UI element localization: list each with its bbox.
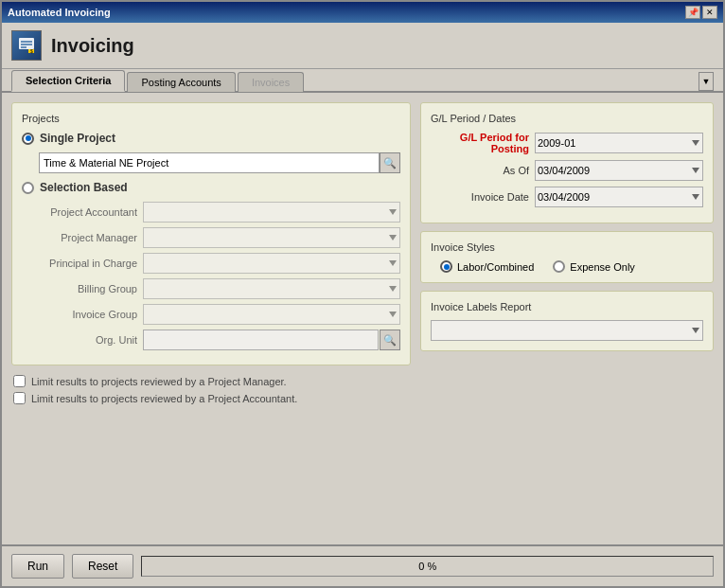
single-project-input[interactable] <box>39 152 380 173</box>
principal-in-charge-label: Principal in Charge <box>39 258 143 269</box>
labor-combined-option[interactable]: Labor/Combined <box>440 260 534 273</box>
labor-combined-radio[interactable] <box>440 260 452 273</box>
invoice-styles-title: Invoice Styles <box>431 241 703 253</box>
billing-group-select[interactable] <box>143 278 400 299</box>
invoice-date-label: Invoice Date <box>431 191 535 203</box>
gl-period-title: G/L Period / Dates <box>431 113 703 124</box>
selection-based-radio[interactable] <box>22 182 34 194</box>
title-bar-text: Automated Invoicing <box>8 7 111 18</box>
selection-based-label: Selection Based <box>40 181 128 194</box>
progress-bar: 0 % <box>141 556 714 577</box>
invoice-labels-select[interactable] <box>431 320 703 341</box>
single-project-search-button[interactable]: 🔍 <box>380 152 400 173</box>
org-unit-search-button[interactable]: 🔍 <box>380 330 400 350</box>
checkbox-pa-label: Limit results to projects reviewed by a … <box>31 393 297 404</box>
checkbox-pm-row: Limit results to projects reviewed by a … <box>13 375 409 387</box>
org-unit-label: Org. Unit <box>39 334 143 346</box>
project-manager-row: Project Manager <box>39 227 400 248</box>
invoice-group-select[interactable] <box>143 304 400 325</box>
as-of-label: As Of <box>431 165 535 176</box>
invoice-labels-title: Invoice Labels Report <box>431 301 703 312</box>
main-content: Projects Single Project 🔍 Selection B <box>2 93 723 544</box>
expense-only-label: Expense Only <box>570 261 634 273</box>
labor-combined-label: Labor/Combined <box>457 261 534 273</box>
labor-combined-fill <box>444 264 450 270</box>
as-of-row: As Of 03/04/2009 <box>431 160 703 181</box>
left-panel: Projects Single Project 🔍 Selection B <box>11 102 411 535</box>
invoice-styles-section: Invoice Styles Labor/Combined Expense On… <box>420 231 714 283</box>
selection-based-radio-row[interactable]: Selection Based <box>22 181 400 194</box>
invoice-labels-section: Invoice Labels Report <box>420 291 714 351</box>
right-panel: G/L Period / Dates G/L Period for Postin… <box>420 102 714 535</box>
tab-bar: Selection Criteria Posting Accounts Invo… <box>2 69 723 93</box>
styles-radio-row: Labor/Combined Expense Only <box>440 260 703 273</box>
checkbox-pa-row: Limit results to projects reviewed by a … <box>13 392 409 404</box>
principal-in-charge-select[interactable] <box>143 253 400 274</box>
projects-title: Projects <box>22 113 400 124</box>
title-bar: Automated Invoicing 📌 ✕ <box>2 2 723 23</box>
invoice-date-select[interactable]: 03/04/2009 <box>535 187 703 207</box>
tab-dropdown-button[interactable]: ▼ <box>698 72 714 91</box>
tab-posting-accounts[interactable]: Posting Accounts <box>127 72 235 92</box>
single-project-radio-row[interactable]: Single Project <box>22 132 400 145</box>
app-icon: $ <box>11 30 42 61</box>
org-unit-input[interactable] <box>143 330 379 350</box>
run-button[interactable]: Run <box>11 554 64 579</box>
gl-period-section: G/L Period / Dates G/L Period for Postin… <box>420 102 714 223</box>
projects-section: Projects Single Project 🔍 Selection B <box>11 102 411 365</box>
svg-text:$: $ <box>30 48 33 54</box>
org-unit-row: Org. Unit 🔍 <box>39 330 400 350</box>
expense-only-radio[interactable] <box>553 260 565 273</box>
billing-group-row: Billing Group <box>39 278 400 299</box>
gl-period-label: G/L Period for Posting <box>431 132 535 154</box>
app-header: $ Invoicing <box>2 23 723 69</box>
checkbox-pm-label: Limit results to projects reviewed by a … <box>31 376 287 387</box>
gl-period-select[interactable]: 2009-01 <box>535 133 703 153</box>
invoice-group-label: Invoice Group <box>39 309 143 320</box>
main-window: Automated Invoicing 📌 ✕ $ Invoicing Sele… <box>0 0 725 588</box>
billing-group-label: Billing Group <box>39 283 143 294</box>
expense-only-option[interactable]: Expense Only <box>553 260 634 273</box>
checkbox-pm[interactable] <box>13 375 26 387</box>
tab-invoices: Invoices <box>238 72 304 92</box>
single-project-input-row: 🔍 <box>39 152 400 173</box>
project-accountant-select[interactable] <box>143 202 400 223</box>
tab-selection-criteria[interactable]: Selection Criteria <box>11 70 125 92</box>
gl-period-row: G/L Period for Posting 2009-01 <box>431 132 703 154</box>
footer: Run Reset 0 % <box>2 544 723 586</box>
as-of-select[interactable]: 03/04/2009 <box>535 160 703 181</box>
principal-in-charge-row: Principal in Charge <box>39 253 400 274</box>
single-project-label: Single Project <box>40 132 115 145</box>
invoice-group-row: Invoice Group <box>39 304 400 325</box>
close-button[interactable]: ✕ <box>702 6 717 19</box>
app-title: Invoicing <box>51 35 134 57</box>
checkbox-pa[interactable] <box>13 392 26 404</box>
invoice-date-row: Invoice Date 03/04/2009 <box>431 187 703 207</box>
project-accountant-row: Project Accountant <box>39 202 400 223</box>
project-accountant-label: Project Accountant <box>39 206 143 218</box>
checkboxes-area: Limit results to projects reviewed by a … <box>11 373 411 411</box>
pin-button[interactable]: 📌 <box>685 6 700 19</box>
project-manager-select[interactable] <box>143 227 400 248</box>
title-bar-buttons: 📌 ✕ <box>685 6 717 19</box>
single-project-radio-fill <box>26 135 31 141</box>
project-manager-label: Project Manager <box>39 232 143 243</box>
reset-button[interactable]: Reset <box>72 554 133 579</box>
progress-text: 0 % <box>418 561 436 572</box>
single-project-radio[interactable] <box>22 133 34 145</box>
